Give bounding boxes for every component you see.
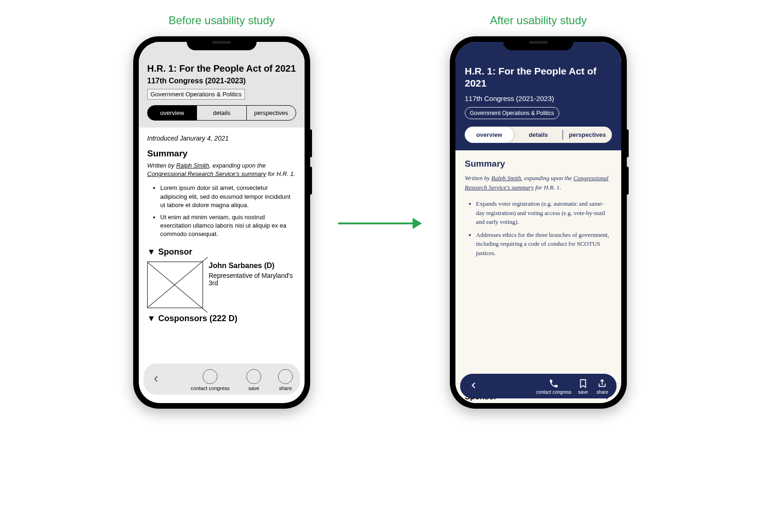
share-button[interactable]: share xyxy=(278,369,293,391)
tab-overview[interactable]: overview xyxy=(465,127,514,143)
summary-byline: Written by Ralph Smith, expanding upon t… xyxy=(147,162,296,178)
bookmark-icon xyxy=(578,378,588,389)
before-column: Before usability study H.R. 1: For the P… xyxy=(133,14,310,409)
author-link[interactable]: Ralph Smith xyxy=(176,162,209,169)
triangle-down-icon: ▼ xyxy=(147,314,156,323)
before-phone-frame: H.R. 1: For the People Act of 2021 117th… xyxy=(133,36,310,409)
congress-subtitle: 117th Congress (2021-2023) xyxy=(465,94,612,102)
author-link[interactable]: Ralph Smith xyxy=(491,175,521,182)
sponsor-row: John Sarbanes (D) Representative of Mary… xyxy=(147,262,296,308)
tab-perspectives[interactable]: perspectives xyxy=(247,106,296,120)
summary-bullets: Lorem ipsum dolor sit amet, consectetur … xyxy=(147,184,296,238)
summary-bullet: Expands voter registration (e.g. automat… xyxy=(476,199,612,227)
chevron-left-icon xyxy=(468,380,479,391)
category-tag[interactable]: Government Operations & Politics xyxy=(147,89,245,100)
arrow-right-icon xyxy=(338,218,422,229)
tab-bar: overview details perspectives xyxy=(147,105,296,121)
tab-details[interactable]: details xyxy=(514,127,563,143)
summary-bullet: Addresses ethics for the three branches … xyxy=(476,230,612,258)
before-screen: H.R. 1: For the People Act of 2021 117th… xyxy=(139,42,305,403)
save-button[interactable]: save xyxy=(578,378,588,395)
circle-icon xyxy=(246,369,261,384)
bill-title: H.R. 1: For the People Act of 2021 xyxy=(465,65,612,90)
share-button[interactable]: share xyxy=(597,378,608,395)
sponsor-desc: Representative of Maryland's 3rd xyxy=(209,272,296,287)
phone-notch xyxy=(187,36,257,50)
crs-summary-link[interactable]: Congressional Research Service's summary xyxy=(147,170,266,177)
after-header: H.R. 1: For the People Act of 2021 117th… xyxy=(455,42,621,150)
back-button[interactable] xyxy=(148,374,164,387)
cosponsors-section-header[interactable]: ▼ Cosponsors (222 D) xyxy=(147,314,296,323)
arrow-column xyxy=(338,14,422,433)
after-column: After usability study H.R. 1: For the Pe… xyxy=(450,14,627,409)
after-screen: H.R. 1: For the People Act of 2021 117th… xyxy=(455,42,621,403)
triangle-down-icon: ▼ xyxy=(147,247,156,257)
summary-byline: Written by Ralph Smith, expanding upon t… xyxy=(465,174,612,193)
chevron-left-icon xyxy=(151,374,161,384)
back-button[interactable] xyxy=(467,380,481,393)
circle-icon xyxy=(278,369,293,384)
sponsor-section-header[interactable]: ▼ Sponsor xyxy=(147,247,296,257)
tab-overview[interactable]: overview xyxy=(148,106,197,120)
contact-congress-button[interactable]: contact congress xyxy=(536,378,571,395)
sponsor-name: John Sarbanes (D) xyxy=(209,262,296,270)
before-header: H.R. 1: For the People Act of 2021 117th… xyxy=(139,42,305,128)
circle-icon xyxy=(203,369,217,384)
summary-bullet: Lorem ipsum dolor sit amet, consectetur … xyxy=(160,184,296,209)
before-body: Introduced Janurary 4, 2021 Summary Writ… xyxy=(139,128,305,330)
tab-perspectives[interactable]: perspectives xyxy=(563,127,612,143)
tab-details[interactable]: details xyxy=(197,106,246,120)
before-heading: Before usability study xyxy=(169,14,275,27)
congress-subtitle: 117th Congress (2021-2023) xyxy=(147,77,296,85)
summary-bullet: Ut enim ad minim veniam, quis nostrud ex… xyxy=(160,213,296,239)
summary-heading: Summary xyxy=(147,148,296,159)
contact-congress-button[interactable]: contact congress xyxy=(191,369,230,391)
introduced-date: Introduced Janurary 4, 2021 xyxy=(147,135,296,142)
after-phone-frame: H.R. 1: For the People Act of 2021 117th… xyxy=(450,36,627,409)
share-icon xyxy=(597,378,607,389)
phone-icon xyxy=(549,378,559,389)
after-heading: After usability study xyxy=(490,14,587,27)
bottom-bar: contact congress save share xyxy=(460,374,617,398)
summary-bullets: Expands voter registration (e.g. automat… xyxy=(465,199,612,257)
image-placeholder xyxy=(147,262,203,308)
phone-notch xyxy=(503,36,573,50)
save-button[interactable]: save xyxy=(246,369,261,391)
bottom-bar: contact congress save share xyxy=(143,364,300,395)
after-body: Summary Written by Ralph Smith, expandin… xyxy=(455,150,621,383)
sponsor-info: John Sarbanes (D) Representative of Mary… xyxy=(209,262,296,308)
tab-bar: overview details perspectives xyxy=(465,127,612,143)
summary-heading: Summary xyxy=(465,159,612,169)
category-tag[interactable]: Government Operations & Politics xyxy=(465,107,559,119)
bill-title: H.R. 1: For the People Act of 2021 xyxy=(147,63,296,74)
